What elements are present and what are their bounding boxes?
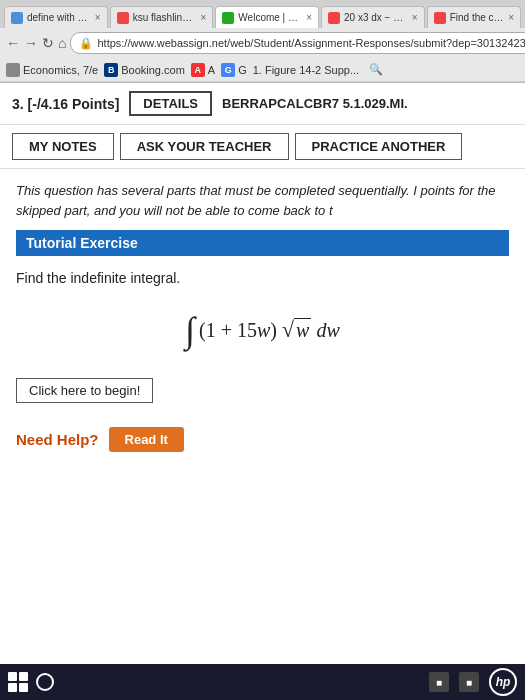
question-body: This question has several parts that mus…: [0, 169, 525, 464]
bookmarks-bar: Economics, 7/e B Booking.com A A G G 1. …: [0, 58, 525, 82]
tab-close-4[interactable]: ×: [412, 12, 418, 23]
tab-label-5: Find the corresp...: [450, 12, 504, 23]
need-help-label: Need Help?: [16, 431, 99, 448]
integral-expression: (1 + 15w) √w dw: [199, 317, 340, 343]
bookmark-icon-g: G: [221, 63, 235, 77]
taskbar-app-icon-2[interactable]: ■: [459, 672, 479, 692]
tab-4[interactable]: 20 x3 dx − 3 x2 d... ×: [321, 6, 425, 28]
action-buttons: MY NOTES ASK YOUR TEACHER PRACTICE ANOTH…: [0, 125, 525, 169]
read-it-button[interactable]: Read It: [109, 427, 184, 452]
tab-close-5[interactable]: ×: [508, 12, 514, 23]
tab-favicon-1: [11, 12, 23, 24]
home-button[interactable]: ⌂: [58, 33, 66, 53]
my-notes-button[interactable]: MY NOTES: [12, 133, 114, 160]
tutorial-header: Tutorial Exercise: [16, 230, 509, 256]
bookmark-label-economics: Economics, 7/e: [23, 64, 98, 76]
forward-button[interactable]: →: [24, 33, 38, 53]
windows-icon-sq1: [8, 672, 17, 681]
bookmark-label-figure: 1. Figure 14-2 Supp...: [253, 64, 359, 76]
windows-icon-sq3: [8, 683, 17, 692]
integral-symbol: ∫: [185, 312, 195, 348]
tab-close-3[interactable]: ×: [306, 12, 312, 23]
tab-5[interactable]: Find the corresp... ×: [427, 6, 521, 28]
bookmark-figure[interactable]: 1. Figure 14-2 Supp...: [253, 64, 359, 76]
begin-button-container: Click here to begin!: [16, 378, 509, 417]
ask-teacher-button[interactable]: ASK YOUR TEACHER: [120, 133, 289, 160]
bookmark-g[interactable]: G G: [221, 63, 247, 77]
points-label: 3. [-/4.16 Points]: [12, 96, 119, 112]
tab-favicon-5: [434, 12, 446, 24]
tab-1[interactable]: define with rega... ×: [4, 6, 108, 28]
tab-favicon-2: [117, 12, 129, 24]
tab-bar: define with rega... × ksu flashline - Se…: [0, 0, 525, 28]
tab-label-1: define with rega...: [27, 12, 91, 23]
question-note: This question has several parts that mus…: [16, 181, 509, 220]
taskbar: ■ ■ hp: [0, 664, 525, 700]
sqrt-content: w: [294, 318, 311, 342]
bookmark-label-a: A: [208, 64, 215, 76]
tab-label-3: Welcome | Flashc...: [238, 12, 302, 23]
url-text: https://www.webassign.net/web/Student/As…: [97, 37, 525, 49]
tab-close-2[interactable]: ×: [201, 12, 207, 23]
integral-display: ∫ (1 + 15w) √w dw: [16, 302, 509, 368]
sqrt-symbol: √: [282, 317, 294, 343]
bookmark-icon-economics: [6, 63, 20, 77]
bookmark-label-g: G: [238, 64, 247, 76]
tab-close-1[interactable]: ×: [95, 12, 101, 23]
tab-favicon-3: [222, 12, 234, 24]
taskbar-app-icon[interactable]: ■: [429, 672, 449, 692]
tab-3[interactable]: Welcome | Flashc... ×: [215, 6, 319, 28]
taskbar-left: [8, 672, 54, 692]
bookmark-economics[interactable]: Economics, 7/e: [6, 63, 98, 77]
find-integral-text: Find the indefinite integral.: [16, 270, 509, 286]
practice-another-button[interactable]: PRACTICE ANOTHER: [295, 133, 463, 160]
address-input[interactable]: 🔒 https://www.webassign.net/web/Student/…: [70, 32, 525, 54]
sqrt-container: √w: [282, 317, 311, 343]
tab-label-2: ksu flashline - Se...: [133, 12, 197, 23]
question-code: BERRAPCALCBR7 5.1.029.MI.: [222, 96, 408, 111]
address-bar-row: ← → ↻ ⌂ 🔒 https://www.webassign.net/web/…: [0, 28, 525, 58]
taskbar-search-icon[interactable]: [36, 673, 54, 691]
bookmark-label-booking: Booking.com: [121, 64, 185, 76]
bookmark-icon-booking: B: [104, 63, 118, 77]
taskbar-right: ■ ■ hp: [429, 668, 517, 696]
back-button[interactable]: ←: [6, 33, 20, 53]
browser-chrome: define with rega... × ksu flashline - Se…: [0, 0, 525, 83]
reload-button[interactable]: ↻: [42, 33, 54, 53]
question-header: 3. [-/4.16 Points] DETAILS BERRAPCALCBR7…: [0, 83, 525, 125]
tab-favicon-4: [328, 12, 340, 24]
lock-icon: 🔒: [79, 37, 93, 50]
need-help-row: Need Help? Read It: [16, 427, 509, 452]
windows-icon-sq4: [19, 683, 28, 692]
bookmark-icon-a: A: [191, 63, 205, 77]
click-begin-button[interactable]: Click here to begin!: [16, 378, 153, 403]
windows-start-button[interactable]: [8, 672, 28, 692]
search-bookmark-icon[interactable]: 🔍: [369, 63, 383, 76]
details-button[interactable]: DETAILS: [129, 91, 212, 116]
hp-logo: hp: [489, 668, 517, 696]
windows-icon-sq2: [19, 672, 28, 681]
tab-label-4: 20 x3 dx − 3 x2 d...: [344, 12, 408, 23]
page-content: 3. [-/4.16 Points] DETAILS BERRAPCALCBR7…: [0, 83, 525, 665]
bookmark-booking[interactable]: B Booking.com: [104, 63, 185, 77]
bookmark-a[interactable]: A A: [191, 63, 215, 77]
tab-2[interactable]: ksu flashline - Se... ×: [110, 6, 214, 28]
